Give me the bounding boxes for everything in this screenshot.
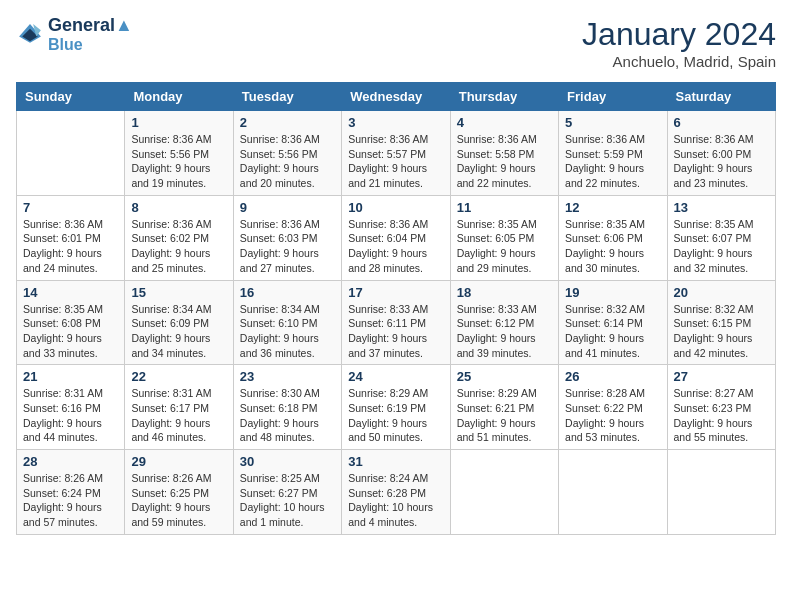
day-info: Sunrise: 8:29 AM Sunset: 6:21 PM Dayligh… [457, 386, 552, 445]
day-info: Sunrise: 8:36 AM Sunset: 5:56 PM Dayligh… [131, 132, 226, 191]
day-info: Sunrise: 8:36 AM Sunset: 5:56 PM Dayligh… [240, 132, 335, 191]
day-number: 2 [240, 115, 335, 130]
calendar-cell: 25Sunrise: 8:29 AM Sunset: 6:21 PM Dayli… [450, 365, 558, 450]
calendar-body: 1Sunrise: 8:36 AM Sunset: 5:56 PM Daylig… [17, 111, 776, 535]
weekday-header: Thursday [450, 83, 558, 111]
day-info: Sunrise: 8:36 AM Sunset: 6:00 PM Dayligh… [674, 132, 769, 191]
day-info: Sunrise: 8:26 AM Sunset: 6:25 PM Dayligh… [131, 471, 226, 530]
day-info: Sunrise: 8:32 AM Sunset: 6:15 PM Dayligh… [674, 302, 769, 361]
day-number: 15 [131, 285, 226, 300]
calendar-week: 21Sunrise: 8:31 AM Sunset: 6:16 PM Dayli… [17, 365, 776, 450]
calendar-cell: 18Sunrise: 8:33 AM Sunset: 6:12 PM Dayli… [450, 280, 558, 365]
day-number: 18 [457, 285, 552, 300]
calendar-week: 28Sunrise: 8:26 AM Sunset: 6:24 PM Dayli… [17, 450, 776, 535]
day-number: 10 [348, 200, 443, 215]
logo-text: General▲ Blue [48, 16, 133, 53]
calendar-cell: 24Sunrise: 8:29 AM Sunset: 6:19 PM Dayli… [342, 365, 450, 450]
day-info: Sunrise: 8:36 AM Sunset: 5:59 PM Dayligh… [565, 132, 660, 191]
title-block: January 2024 Anchuelo, Madrid, Spain [582, 16, 776, 70]
logo-icon [16, 21, 44, 49]
day-number: 22 [131, 369, 226, 384]
weekday-header: Friday [559, 83, 667, 111]
day-info: Sunrise: 8:32 AM Sunset: 6:14 PM Dayligh… [565, 302, 660, 361]
calendar-week: 14Sunrise: 8:35 AM Sunset: 6:08 PM Dayli… [17, 280, 776, 365]
calendar-cell: 14Sunrise: 8:35 AM Sunset: 6:08 PM Dayli… [17, 280, 125, 365]
day-info: Sunrise: 8:36 AM Sunset: 5:58 PM Dayligh… [457, 132, 552, 191]
month-title: January 2024 [582, 16, 776, 53]
day-info: Sunrise: 8:29 AM Sunset: 6:19 PM Dayligh… [348, 386, 443, 445]
day-info: Sunrise: 8:33 AM Sunset: 6:11 PM Dayligh… [348, 302, 443, 361]
day-info: Sunrise: 8:34 AM Sunset: 6:09 PM Dayligh… [131, 302, 226, 361]
day-number: 4 [457, 115, 552, 130]
calendar-cell: 30Sunrise: 8:25 AM Sunset: 6:27 PM Dayli… [233, 450, 341, 535]
calendar-cell: 23Sunrise: 8:30 AM Sunset: 6:18 PM Dayli… [233, 365, 341, 450]
day-info: Sunrise: 8:33 AM Sunset: 6:12 PM Dayligh… [457, 302, 552, 361]
weekday-header: Wednesday [342, 83, 450, 111]
day-number: 8 [131, 200, 226, 215]
day-number: 27 [674, 369, 769, 384]
page-header: General▲ Blue January 2024 Anchuelo, Mad… [16, 16, 776, 70]
calendar-cell: 10Sunrise: 8:36 AM Sunset: 6:04 PM Dayli… [342, 195, 450, 280]
calendar-cell: 26Sunrise: 8:28 AM Sunset: 6:22 PM Dayli… [559, 365, 667, 450]
day-number: 13 [674, 200, 769, 215]
day-info: Sunrise: 8:36 AM Sunset: 6:02 PM Dayligh… [131, 217, 226, 276]
day-number: 14 [23, 285, 118, 300]
calendar-cell: 17Sunrise: 8:33 AM Sunset: 6:11 PM Dayli… [342, 280, 450, 365]
day-number: 26 [565, 369, 660, 384]
calendar-cell: 20Sunrise: 8:32 AM Sunset: 6:15 PM Dayli… [667, 280, 775, 365]
day-number: 25 [457, 369, 552, 384]
calendar-cell [450, 450, 558, 535]
day-info: Sunrise: 8:31 AM Sunset: 6:17 PM Dayligh… [131, 386, 226, 445]
day-number: 28 [23, 454, 118, 469]
day-info: Sunrise: 8:34 AM Sunset: 6:10 PM Dayligh… [240, 302, 335, 361]
calendar-cell: 29Sunrise: 8:26 AM Sunset: 6:25 PM Dayli… [125, 450, 233, 535]
calendar-cell: 16Sunrise: 8:34 AM Sunset: 6:10 PM Dayli… [233, 280, 341, 365]
calendar-cell: 13Sunrise: 8:35 AM Sunset: 6:07 PM Dayli… [667, 195, 775, 280]
calendar-cell: 1Sunrise: 8:36 AM Sunset: 5:56 PM Daylig… [125, 111, 233, 196]
day-info: Sunrise: 8:24 AM Sunset: 6:28 PM Dayligh… [348, 471, 443, 530]
day-number: 11 [457, 200, 552, 215]
calendar-cell: 2Sunrise: 8:36 AM Sunset: 5:56 PM Daylig… [233, 111, 341, 196]
calendar-cell: 15Sunrise: 8:34 AM Sunset: 6:09 PM Dayli… [125, 280, 233, 365]
weekday-header: Saturday [667, 83, 775, 111]
weekday-header: Sunday [17, 83, 125, 111]
calendar-cell: 6Sunrise: 8:36 AM Sunset: 6:00 PM Daylig… [667, 111, 775, 196]
calendar-week: 7Sunrise: 8:36 AM Sunset: 6:01 PM Daylig… [17, 195, 776, 280]
calendar-cell: 7Sunrise: 8:36 AM Sunset: 6:01 PM Daylig… [17, 195, 125, 280]
day-number: 20 [674, 285, 769, 300]
day-number: 12 [565, 200, 660, 215]
day-info: Sunrise: 8:26 AM Sunset: 6:24 PM Dayligh… [23, 471, 118, 530]
calendar-cell [17, 111, 125, 196]
day-number: 6 [674, 115, 769, 130]
day-number: 16 [240, 285, 335, 300]
calendar-cell: 19Sunrise: 8:32 AM Sunset: 6:14 PM Dayli… [559, 280, 667, 365]
day-number: 3 [348, 115, 443, 130]
day-number: 9 [240, 200, 335, 215]
day-info: Sunrise: 8:35 AM Sunset: 6:05 PM Dayligh… [457, 217, 552, 276]
day-info: Sunrise: 8:28 AM Sunset: 6:22 PM Dayligh… [565, 386, 660, 445]
day-info: Sunrise: 8:25 AM Sunset: 6:27 PM Dayligh… [240, 471, 335, 530]
calendar-cell: 8Sunrise: 8:36 AM Sunset: 6:02 PM Daylig… [125, 195, 233, 280]
day-info: Sunrise: 8:36 AM Sunset: 5:57 PM Dayligh… [348, 132, 443, 191]
day-number: 19 [565, 285, 660, 300]
day-number: 17 [348, 285, 443, 300]
day-info: Sunrise: 8:35 AM Sunset: 6:06 PM Dayligh… [565, 217, 660, 276]
day-number: 5 [565, 115, 660, 130]
calendar-cell: 22Sunrise: 8:31 AM Sunset: 6:17 PM Dayli… [125, 365, 233, 450]
calendar-cell: 3Sunrise: 8:36 AM Sunset: 5:57 PM Daylig… [342, 111, 450, 196]
day-info: Sunrise: 8:36 AM Sunset: 6:03 PM Dayligh… [240, 217, 335, 276]
calendar-cell: 4Sunrise: 8:36 AM Sunset: 5:58 PM Daylig… [450, 111, 558, 196]
day-info: Sunrise: 8:36 AM Sunset: 6:04 PM Dayligh… [348, 217, 443, 276]
day-number: 7 [23, 200, 118, 215]
day-info: Sunrise: 8:31 AM Sunset: 6:16 PM Dayligh… [23, 386, 118, 445]
day-number: 23 [240, 369, 335, 384]
day-number: 29 [131, 454, 226, 469]
day-info: Sunrise: 8:35 AM Sunset: 6:07 PM Dayligh… [674, 217, 769, 276]
calendar-cell [559, 450, 667, 535]
logo: General▲ Blue [16, 16, 133, 53]
calendar-cell: 12Sunrise: 8:35 AM Sunset: 6:06 PM Dayli… [559, 195, 667, 280]
day-info: Sunrise: 8:36 AM Sunset: 6:01 PM Dayligh… [23, 217, 118, 276]
weekday-header: Monday [125, 83, 233, 111]
calendar-cell: 31Sunrise: 8:24 AM Sunset: 6:28 PM Dayli… [342, 450, 450, 535]
calendar-week: 1Sunrise: 8:36 AM Sunset: 5:56 PM Daylig… [17, 111, 776, 196]
